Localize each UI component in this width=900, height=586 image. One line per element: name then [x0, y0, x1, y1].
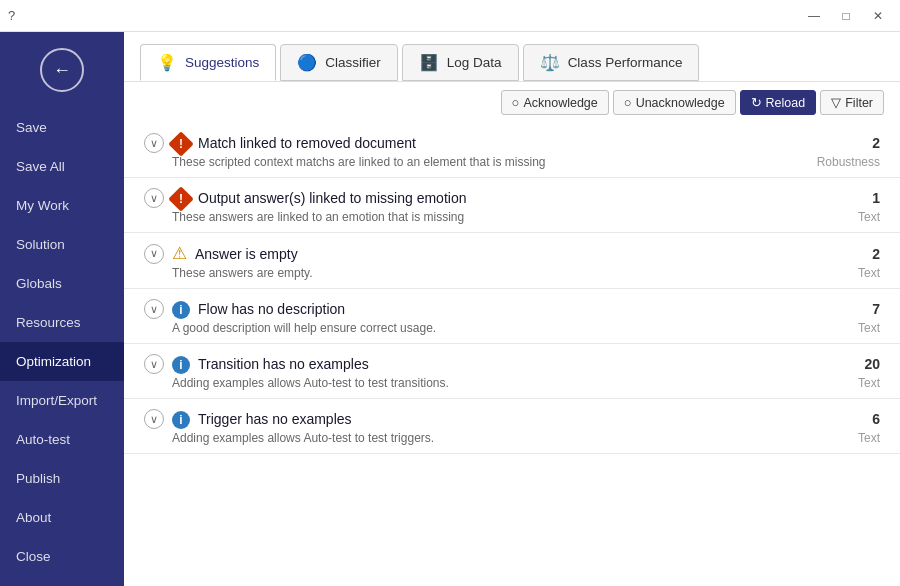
- maximize-button[interactable]: □: [832, 4, 860, 28]
- sidebar: ← SaveSave AllMy WorkSolutionGlobalsReso…: [0, 32, 124, 586]
- issue-expand-button[interactable]: ∨: [144, 244, 164, 264]
- title-bar: ? — □ ✕: [0, 0, 900, 32]
- acknowledge-button[interactable]: ○ Acknowledge: [501, 90, 609, 115]
- issue-category: Text: [858, 210, 880, 224]
- back-button[interactable]: ←: [40, 48, 84, 92]
- issues-list: ∨ ! Match linked to removed document 2 T…: [124, 123, 900, 586]
- issue-expand-button[interactable]: ∨: [144, 299, 164, 319]
- issue-description: Adding examples allows Auto-test to test…: [144, 376, 880, 390]
- issue-item: ∨ i Transition has no examples 20 Adding…: [124, 344, 900, 399]
- issue-description: These answers are linked to an emotion t…: [144, 210, 880, 224]
- sidebar-item-publish[interactable]: Publish: [0, 459, 124, 498]
- main-layout: ← SaveSave AllMy WorkSolutionGlobalsReso…: [0, 32, 900, 586]
- classifier-tab-icon: 🔵: [297, 53, 317, 72]
- classperformance-tab-label: Class Performance: [568, 55, 683, 70]
- classifier-tab-label: Classifier: [325, 55, 381, 70]
- issue-title: Answer is empty: [195, 246, 848, 262]
- issue-expand-button[interactable]: ∨: [144, 188, 164, 208]
- chevron-down-icon: ∨: [150, 303, 158, 316]
- minimize-button[interactable]: —: [800, 4, 828, 28]
- reload-button[interactable]: ↻ Reload: [740, 90, 817, 115]
- issue-description: A good description will help ensure corr…: [144, 321, 880, 335]
- chevron-down-icon: ∨: [150, 137, 158, 150]
- issue-header: ∨ ! Match linked to removed document 2: [144, 133, 880, 153]
- issue-expand-button[interactable]: ∨: [144, 354, 164, 374]
- sidebar-item-resources[interactable]: Resources: [0, 303, 124, 342]
- issue-title: Flow has no description: [198, 301, 848, 317]
- issue-category: Text: [858, 431, 880, 445]
- issue-description: Adding examples allows Auto-test to test…: [144, 431, 880, 445]
- issue-description: These answers are empty.: [144, 266, 880, 280]
- tab-classifier[interactable]: 🔵Classifier: [280, 44, 398, 81]
- issue-category: Robustness: [817, 155, 880, 169]
- filter-icon: ▽: [831, 95, 841, 110]
- sidebar-item-close[interactable]: Close: [0, 537, 124, 576]
- issue-expand-button[interactable]: ∨: [144, 133, 164, 153]
- issue-header: ∨ i Trigger has no examples 6: [144, 409, 880, 429]
- unacknowledge-button[interactable]: ○ Unacknowledge: [613, 90, 736, 115]
- issue-count: 1: [856, 190, 880, 206]
- issue-header: ∨ ⚠ Answer is empty 2: [144, 243, 880, 264]
- sidebar-item-my-work[interactable]: My Work: [0, 186, 124, 225]
- chevron-down-icon: ∨: [150, 192, 158, 205]
- logdata-tab-icon: 🗄️: [419, 53, 439, 72]
- tab-classperformance[interactable]: ⚖️Class Performance: [523, 44, 700, 81]
- suggestions-tab-label: Suggestions: [185, 55, 259, 70]
- tab-suggestions[interactable]: 💡Suggestions: [140, 44, 276, 81]
- issue-category: Text: [858, 376, 880, 390]
- issue-count: 20: [856, 356, 880, 372]
- filter-button[interactable]: ▽ Filter: [820, 90, 884, 115]
- sidebar-item-save[interactable]: Save: [0, 108, 124, 147]
- issue-title: Trigger has no examples: [198, 411, 848, 427]
- chevron-down-icon: ∨: [150, 413, 158, 426]
- issue-category: Text: [858, 266, 880, 280]
- acknowledge-icon: ○: [512, 95, 520, 110]
- issue-severity-icon: i: [172, 300, 190, 319]
- chevron-down-icon: ∨: [150, 247, 158, 260]
- sidebar-item-solution[interactable]: Solution: [0, 225, 124, 264]
- issue-item: ∨ ⚠ Answer is empty 2 These answers are …: [124, 233, 900, 289]
- sidebar-item-import-export[interactable]: Import/Export: [0, 381, 124, 420]
- close-button[interactable]: ✕: [864, 4, 892, 28]
- logdata-tab-label: Log Data: [447, 55, 502, 70]
- issue-item: ∨ ! Output answer(s) linked to missing e…: [124, 178, 900, 233]
- sidebar-item-globals[interactable]: Globals: [0, 264, 124, 303]
- issue-description: These scripted context matchs are linked…: [144, 155, 880, 169]
- suggestions-tab-icon: 💡: [157, 53, 177, 72]
- issue-expand-button[interactable]: ∨: [144, 409, 164, 429]
- issue-severity-icon: i: [172, 355, 190, 374]
- issue-count: 2: [856, 246, 880, 262]
- issue-severity-icon: i: [172, 410, 190, 429]
- sidebar-item-auto-test[interactable]: Auto-test: [0, 420, 124, 459]
- sidebar-item-about[interactable]: About: [0, 498, 124, 537]
- issue-header: ∨ i Flow has no description 7: [144, 299, 880, 319]
- unacknowledge-label: Unacknowledge: [636, 96, 725, 110]
- sidebar-item-optimization[interactable]: Optimization: [0, 342, 124, 381]
- classperformance-tab-icon: ⚖️: [540, 53, 560, 72]
- tab-logdata[interactable]: 🗄️Log Data: [402, 44, 519, 81]
- chevron-down-icon: ∨: [150, 358, 158, 371]
- action-bar: ○ Acknowledge ○ Unacknowledge ↻ Reload ▽…: [124, 81, 900, 123]
- reload-label: Reload: [766, 96, 806, 110]
- issue-header: ∨ i Transition has no examples 20: [144, 354, 880, 374]
- back-icon: ←: [53, 60, 71, 81]
- issue-title: Output answer(s) linked to missing emoti…: [198, 190, 848, 206]
- issue-count: 7: [856, 301, 880, 317]
- issue-item: ∨ ! Match linked to removed document 2 T…: [124, 123, 900, 178]
- issue-count: 2: [856, 135, 880, 151]
- issue-header: ∨ ! Output answer(s) linked to missing e…: [144, 188, 880, 208]
- content-area: 💡Suggestions🔵Classifier🗄️Log Data⚖️Class…: [124, 32, 900, 586]
- acknowledge-label: Acknowledge: [523, 96, 597, 110]
- issue-title: Match linked to removed document: [198, 135, 848, 151]
- issue-title: Transition has no examples: [198, 356, 848, 372]
- issue-severity-icon: ⚠: [172, 243, 187, 264]
- issue-severity-icon: !: [172, 134, 190, 153]
- issue-item: ∨ i Flow has no description 7 A good des…: [124, 289, 900, 344]
- issue-item: ∨ i Trigger has no examples 6 Adding exa…: [124, 399, 900, 454]
- filter-label: Filter: [845, 96, 873, 110]
- help-label: ?: [8, 8, 15, 23]
- sidebar-item-save-all[interactable]: Save All: [0, 147, 124, 186]
- issue-count: 6: [856, 411, 880, 427]
- issue-category: Text: [858, 321, 880, 335]
- tab-bar: 💡Suggestions🔵Classifier🗄️Log Data⚖️Class…: [124, 32, 900, 81]
